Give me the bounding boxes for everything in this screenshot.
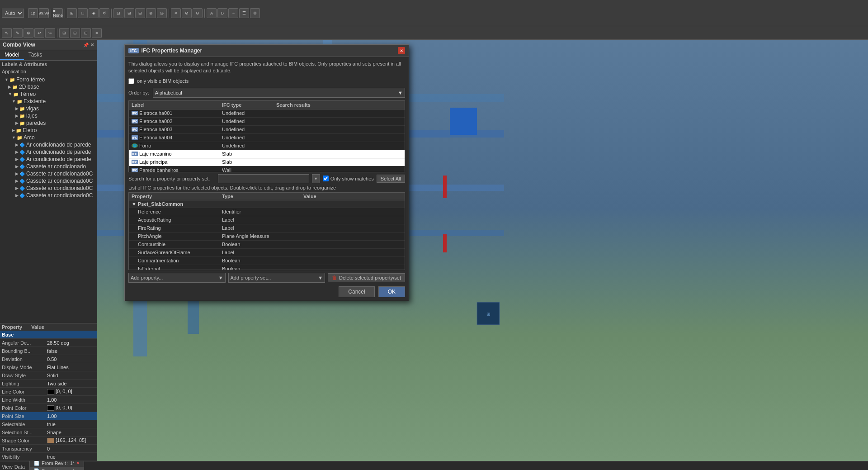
tb-3[interactable]: ◈: [89, 8, 99, 18]
color-swatch[interactable]: [47, 389, 54, 394]
tb2-9[interactable]: ≡: [92, 28, 102, 38]
tasks-tab[interactable]: Tasks: [24, 50, 47, 60]
tb-7[interactable]: ⊟: [135, 8, 145, 18]
prop-row[interactable]: Selectable true: [0, 420, 97, 428]
tb2-1[interactable]: ↖: [2, 28, 12, 38]
ok-button[interactable]: OK: [378, 286, 405, 297]
cancel-button[interactable]: Cancel: [339, 286, 374, 297]
prop-row[interactable]: Draw Style Solid: [0, 371, 97, 380]
object-list-item[interactable]: IFCParede banheiros Wall: [129, 166, 405, 172]
prop-row[interactable]: Line Color [0, 0, 0]: [0, 388, 97, 396]
prop-group-row[interactable]: ▼ Pset_SlabCommon: [129, 200, 405, 208]
step-btn[interactable]: 1p: [28, 8, 38, 18]
only-matches-checkbox[interactable]: [323, 176, 329, 181]
combo-close-icon[interactable]: ✕: [90, 43, 94, 47]
tb2-2[interactable]: ✎: [13, 28, 23, 38]
tb-16[interactable]: ☰: [239, 8, 249, 18]
prop-list-row[interactable]: AcousticRating Label: [129, 216, 405, 224]
prop-list-row[interactable]: Combustible Boolean: [129, 241, 405, 249]
prop-row[interactable]: Visibility true: [0, 453, 97, 461]
prop-list-row[interactable]: Compartmentation Boolean: [129, 257, 405, 265]
prop-row[interactable]: Display Mode Flat Lines: [0, 363, 97, 371]
model-tab[interactable]: Model: [0, 50, 24, 60]
none-btn[interactable]: ■ None: [53, 8, 63, 18]
search-input[interactable]: [218, 174, 309, 183]
tb-4[interactable]: ↺: [99, 8, 109, 18]
auto-select[interactable]: Auto: [2, 9, 24, 18]
object-list-item[interactable]: IFCEletrocalha004 Undefined: [129, 134, 405, 142]
tb-17[interactable]: ⚙: [250, 8, 260, 18]
tb-11[interactable]: ⊘: [182, 8, 192, 18]
tb-5[interactable]: ⊡: [113, 8, 123, 18]
add-property-select[interactable]: Add property... ▼: [128, 273, 226, 283]
percent-btn[interactable]: 99.99: [39, 8, 49, 18]
tree-item[interactable]: ▶ 📁 2D base: [1, 83, 96, 90]
bottom-tab[interactable]: 📄 Forro térreo : 1 ✕: [29, 467, 84, 470]
tb2-4[interactable]: ↩: [34, 28, 44, 38]
tb-10[interactable]: ✕: [171, 8, 181, 18]
tb-15[interactable]: ⌗: [228, 8, 238, 18]
object-list-item[interactable]: IFCEletrocalha002 Undefined: [129, 118, 405, 126]
prop-list-row[interactable]: IsExternal Boolean: [129, 265, 405, 270]
delete-button[interactable]: 🗑 Delete selected property/set: [328, 273, 405, 282]
select-all-button[interactable]: Select All: [377, 175, 405, 183]
tree-item[interactable]: ▶ 🔷 Cassete ar condicionado: [1, 163, 96, 170]
prop-row[interactable]: Line Width 1.00: [0, 396, 97, 404]
object-list-item[interactable]: IFCLaje mezanino Slab: [129, 150, 405, 158]
tb2-7[interactable]: ⊟: [70, 28, 80, 38]
prop-row[interactable]: Point Color [0, 0, 0]: [0, 404, 97, 412]
tree-item[interactable]: ▶ 🔷 Ar condicionado de parede: [1, 141, 96, 148]
only-visible-checkbox[interactable]: [128, 78, 134, 84]
combo-pin-icon[interactable]: 📌: [83, 43, 89, 47]
tb-8[interactable]: ⊕: [146, 8, 156, 18]
tree-item[interactable]: ▼ 📁 Térreo: [1, 90, 96, 98]
color-swatch[interactable]: [47, 405, 54, 411]
order-by-select[interactable]: Alphabetical ▼: [153, 88, 405, 98]
tb2-5[interactable]: ↪: [45, 28, 55, 38]
tree-item[interactable]: ▶ 🔷 Cassete ar condicionado0C: [1, 185, 96, 192]
tb2-8[interactable]: ⊡: [81, 28, 91, 38]
object-list-item[interactable]: IFCLaje principal Slab: [129, 158, 405, 166]
tab-close-icon[interactable]: ✕: [76, 461, 80, 465]
tb2-6[interactable]: ⊞: [59, 28, 69, 38]
prop-row[interactable]: Transparency 0: [0, 445, 97, 453]
tree-item[interactable]: ▶ 🔷 Cassete ar condicionado0C: [1, 170, 96, 177]
object-list-item[interactable]: IFCEletrocalha003 Undefined: [129, 126, 405, 134]
prop-row[interactable]: Deviation 0.50: [0, 355, 97, 363]
prop-row[interactable]: Lighting Two side: [0, 380, 97, 388]
tree-item[interactable]: ▶ 📁 paredes: [1, 119, 96, 127]
prop-row[interactable]: Base: [0, 331, 97, 339]
prop-row[interactable]: Selection St... Shape: [0, 428, 97, 437]
tree-item[interactable]: ▼ 📁 Forro térreo: [1, 76, 96, 83]
tree-item[interactable]: ▶ 🔷 Ar condicionado de parede: [1, 148, 96, 156]
object-list-item[interactable]: 🌐Forro Undefined: [129, 142, 405, 150]
prop-list-row[interactable]: Reference Identifier: [129, 208, 405, 216]
tree-item[interactable]: ▶ 🔷 Cassete ar condicionado0C: [1, 177, 96, 185]
prop-list-row[interactable]: FireRating Label: [129, 224, 405, 233]
prop-list-row[interactable]: SurfaceSpreadOfFlame Label: [129, 249, 405, 257]
data-tab[interactable]: Data: [14, 464, 25, 470]
tree-item[interactable]: ▶ 📁 lajes: [1, 112, 96, 119]
prop-row[interactable]: Angular De... 28.50 deg: [0, 339, 97, 347]
prop-list-row[interactable]: PitchAngle Plane Angle Measure: [129, 233, 405, 241]
tree-item[interactable]: ▶ 📁 Eletro: [1, 127, 96, 134]
tb-9[interactable]: ◎: [157, 8, 167, 18]
view-tab[interactable]: View: [2, 464, 13, 470]
prop-row[interactable]: Bounding B... false: [0, 347, 97, 355]
tree-item[interactable]: ▼ 📁 Arco: [1, 134, 96, 141]
tb-13[interactable]: A: [207, 8, 217, 18]
dialog-close-button[interactable]: ✕: [398, 47, 405, 54]
search-dropdown-btn[interactable]: ▼: [312, 174, 320, 183]
tree-item[interactable]: ▶ 🔷 Ar condicionado de parede: [1, 156, 96, 163]
tb-1[interactable]: ⊞: [67, 8, 77, 18]
tree-item[interactable]: ▶ 📁 vigas: [1, 105, 96, 112]
tb2-3[interactable]: ⊕: [24, 28, 33, 38]
tb-2[interactable]: □: [78, 8, 88, 18]
object-list-item[interactable]: IFCEletrocalha001 Undefined: [129, 109, 405, 118]
add-propset-select[interactable]: Add property set... ▼: [228, 273, 326, 283]
tree-item[interactable]: ▶ 🔷 Cassete ar condicionado0C: [1, 192, 96, 199]
tb-14[interactable]: B: [217, 8, 227, 18]
tree-item[interactable]: ▼ 📁 Existente: [1, 98, 96, 105]
color-swatch[interactable]: [47, 438, 54, 443]
tb-6[interactable]: ⊞: [124, 8, 134, 18]
